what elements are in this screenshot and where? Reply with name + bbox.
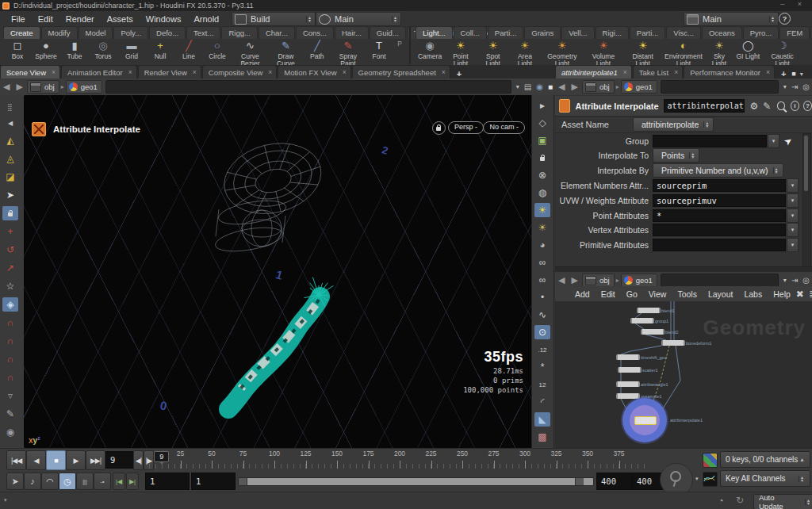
node-attribinterpolate1[interactable] [634, 416, 657, 425]
snap-magnet-icon[interactable]: ∩ [2, 370, 18, 385]
shelf-tab-text[interactable]: Text... [186, 26, 220, 39]
shelf-tool-box[interactable]: ◻Box [4, 40, 31, 60]
hq-lighting-icon[interactable]: ☀ [534, 220, 550, 235]
persp-camera-pill[interactable]: Persp - [448, 121, 484, 134]
view-highlight-icon[interactable]: ◭ [2, 133, 18, 147]
node-name-field[interactable]: attribinterpolate1 [664, 99, 745, 113]
next-key-button[interactable]: ▶| [126, 473, 139, 490]
shelf-tool-sky-light[interactable]: ☀Sky Light [706, 40, 733, 67]
shelf-tab-cons[interactable]: Cons... [296, 26, 334, 39]
close-tab-icon[interactable]: × [674, 68, 678, 76]
node-blend2[interactable] [641, 329, 665, 335]
glasses-icon[interactable]: ∞ [534, 255, 550, 270]
menu-windows[interactable]: Windows [140, 14, 188, 24]
snap-curve-icon[interactable]: ∩ [2, 334, 18, 348]
menu-assets[interactable]: Assets [101, 14, 140, 24]
path-dropdown-icon[interactable]: ▾ [781, 83, 789, 90]
scale-icon[interactable]: ↗ [2, 261, 18, 275]
param-dropdown-icon[interactable]: ▾ [787, 209, 799, 223]
snap-grid-icon[interactable]: ∩ [2, 316, 18, 330]
jump-start-button[interactable]: |◀◀ [6, 450, 26, 470]
param-field[interactable]: sourceprimuv [653, 194, 786, 207]
close-tab-icon[interactable]: × [128, 68, 132, 76]
render-region-icon[interactable]: ◉ [534, 82, 546, 91]
curve-handle-icon[interactable]: ◜ [534, 395, 550, 409]
node-attribwrangle1[interactable] [616, 381, 640, 387]
param-field[interactable]: * [653, 209, 786, 222]
param-menu[interactable]: Primitive Number and (u,v,w)▴▾ [653, 163, 783, 178]
net-menu-view[interactable]: View [643, 289, 672, 299]
network-objects-icon[interactable]: ◬ [2, 151, 18, 166]
spinner-icon[interactable]: ▴▾ [773, 167, 779, 174]
tick-display-icon[interactable]: ||| [76, 473, 94, 490]
secure-selection-icon[interactable] [2, 206, 18, 220]
play-button[interactable]: ▶ [66, 450, 86, 470]
desktop-layout-combo[interactable]: Build ▴▾ [232, 12, 316, 26]
tab-scene-view[interactable]: Scene View× [0, 65, 60, 78]
spinner-icon[interactable]: ▴▾ [769, 16, 776, 22]
pane-menu-icon[interactable]: ▾ [799, 71, 805, 78]
close-tab-icon[interactable]: × [442, 68, 446, 76]
tab-attribinterpolate1[interactable]: attribinterpolate1× [555, 65, 632, 78]
takes-notes-icon[interactable]: ✎ [2, 407, 18, 421]
tab-geometry-spreadsheet[interactable]: Geometry Spreadsheet× [352, 65, 450, 78]
window-controls[interactable]: – × [780, 0, 807, 8]
shelf-tool-tube[interactable]: ▮Tube [61, 40, 88, 60]
tab-performance-monitor[interactable]: Performance Monitor× [684, 65, 775, 78]
timeline-ruler[interactable]: 2550751001251501752002252502753003253503… [149, 450, 657, 469]
prev-key-button[interactable]: |◀ [113, 473, 125, 490]
shelf-tab-parti[interactable]: Parti... [488, 26, 523, 39]
path-chip-obj[interactable]: obj [582, 80, 615, 94]
shelf-tab-coll[interactable]: Coll... [454, 26, 487, 39]
shelf-tool-area-light[interactable]: ☀Area Light [510, 40, 540, 67]
new-tab-icon[interactable]: + [454, 69, 465, 78]
shelf-tool-volume-light[interactable]: ☀Volume Light [584, 40, 623, 67]
maximize-pane-icon[interactable]: ■ [546, 82, 555, 91]
select-arrow-icon[interactable]: ➤ [2, 188, 18, 202]
shelf-tab-grains[interactable]: Grains [524, 26, 561, 39]
help-button[interactable]: ? [779, 13, 791, 25]
pane-square-icon[interactable]: ■ [789, 70, 798, 78]
forward-icon[interactable]: ▶ [568, 275, 580, 285]
path-input[interactable] [661, 274, 779, 287]
close-tab-icon[interactable]: × [52, 68, 56, 76]
key-all-channels-button[interactable]: Key All Channels ▴▾ [720, 470, 810, 487]
net-menu-go[interactable]: Go [621, 289, 643, 299]
playback-range-slider[interactable] [238, 477, 594, 486]
shelf-tool-gi-light[interactable]: ◯GI Light [734, 40, 761, 60]
shelf-tool-geometry-light[interactable]: ☀Geometry Light [542, 40, 583, 67]
shelf-tool-line[interactable]: ╱Line [175, 40, 202, 60]
shelf-tool-camera[interactable]: ◉Camera [416, 40, 443, 60]
network-canvas[interactable]: Geometry blend1group1blend2bonedeform1ti… [555, 301, 812, 448]
shelf-tool-draw-curve[interactable]: ✎Draw Curve [270, 40, 302, 67]
info-probe-icon[interactable]: ⊙ [534, 325, 550, 339]
prim-numbers-icon[interactable]: 12 [534, 377, 550, 392]
desktop-combo[interactable]: Main ▴▾ [684, 12, 779, 26]
spinner-icon[interactable]: ▴▾ [306, 16, 312, 22]
shelf-tab-visc[interactable]: Visc... [666, 26, 701, 39]
shelf-tab-vell[interactable]: Vell... [561, 26, 594, 39]
shelf-tab-char[interactable]: Char... [259, 26, 295, 39]
shelf-tool-spray-paint[interactable]: ✎Spray Paint [332, 40, 364, 67]
param-dropdown-icon[interactable]: ▾ [787, 238, 799, 252]
point-numbers-icon[interactable]: .12 [534, 343, 550, 357]
back-icon[interactable]: ◀ [555, 82, 568, 92]
param-dropdown-icon[interactable]: ▾ [787, 223, 799, 237]
channel-editor-icon[interactable] [703, 472, 718, 487]
stop-button[interactable]: ■ [46, 450, 66, 470]
shelf-tool-spot-light[interactable]: ☀Spot Light [478, 40, 508, 67]
snapshot-frame-icon[interactable]: ▣ [534, 133, 550, 147]
auto-update-combo[interactable]: Auto Update ▴▾ [753, 494, 812, 509]
spinner-icon[interactable]: ▴▾ [689, 152, 695, 159]
node-blend1[interactable] [637, 308, 661, 313]
shelf-tool-curve-bezier[interactable]: ∿Curve Bezier [232, 40, 268, 67]
normal-lighting-icon[interactable]: ☀ [534, 203, 550, 217]
shelf-tool-caustic-light[interactable]: ☽Caustic Light [763, 40, 802, 67]
param-dropdown-icon[interactable]: ▾ [768, 134, 779, 148]
shelf-tab-rigg[interactable]: Rigg... [221, 26, 257, 39]
key-options-dropdown[interactable]: ▾ [695, 476, 699, 482]
shelf-tab-defo[interactable]: Defo... [149, 26, 186, 39]
jump-end-button[interactable]: ▶▶| [86, 450, 105, 470]
spinner-icon[interactable]: ▴▾ [703, 121, 710, 128]
menu-edit[interactable]: Edit [32, 14, 59, 24]
